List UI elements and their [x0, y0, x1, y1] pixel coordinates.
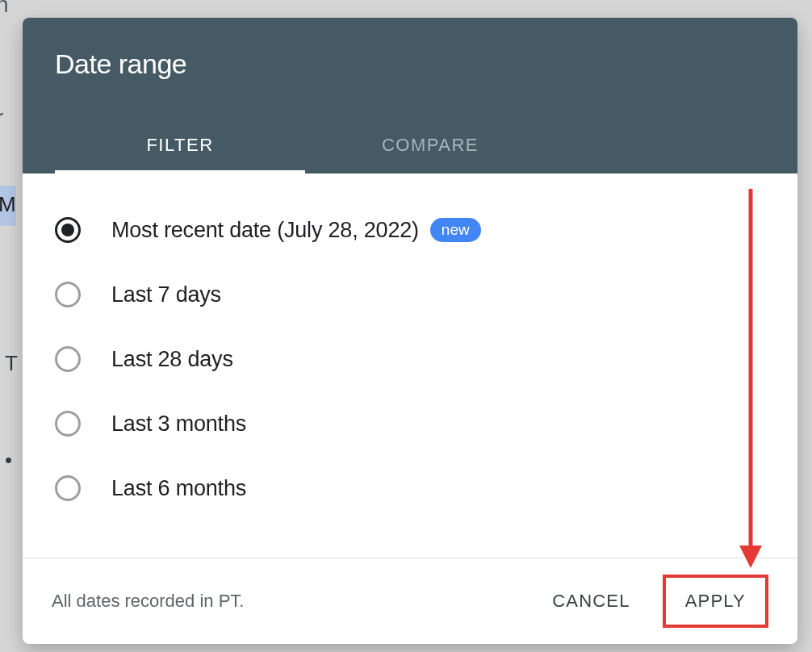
radio-unselected-icon — [55, 346, 81, 372]
option-label: Last 28 days — [111, 347, 233, 372]
modal-header: Date range FILTER COMPARE — [23, 18, 797, 173]
radio-unselected-icon — [55, 282, 81, 307]
modal-body: Most recent date (July 28, 2022) new Las… — [23, 173, 797, 558]
tabs-container: FILTER COMPARE — [55, 120, 765, 173]
option-label: Last 3 months — [111, 412, 246, 437]
date-range-modal: Date range FILTER COMPARE Most recent da… — [23, 18, 797, 644]
radio-unselected-icon — [55, 411, 81, 437]
option-last-7-days[interactable]: Last 7 days — [55, 262, 765, 327]
radio-selected-icon — [55, 217, 81, 243]
apply-highlight-annotation: APPLY — [663, 575, 768, 628]
option-label: Most recent date (July 28, 2022) — [111, 218, 419, 243]
tab-compare[interactable]: COMPARE — [305, 120, 555, 173]
footer-buttons: CANCEL APPLY — [534, 575, 768, 628]
option-label: Last 6 months — [111, 476, 246, 501]
cancel-button[interactable]: CANCEL — [534, 579, 647, 623]
apply-button[interactable]: APPLY — [668, 579, 764, 623]
footer-note: All dates recorded in PT. — [52, 591, 244, 612]
option-last-6-months[interactable]: Last 6 months — [55, 456, 765, 520]
new-badge: new — [430, 218, 481, 242]
option-last-3-months[interactable]: Last 3 months — [55, 391, 765, 456]
modal-title: Date range — [55, 48, 765, 80]
option-label: Last 7 days — [111, 282, 221, 307]
option-most-recent-date[interactable]: Most recent date (July 28, 2022) new — [55, 198, 765, 262]
option-last-28-days[interactable]: Last 28 days — [55, 327, 765, 391]
modal-footer: All dates recorded in PT. CANCEL APPLY — [23, 558, 797, 644]
tab-filter[interactable]: FILTER — [55, 120, 305, 173]
radio-unselected-icon — [55, 475, 81, 501]
